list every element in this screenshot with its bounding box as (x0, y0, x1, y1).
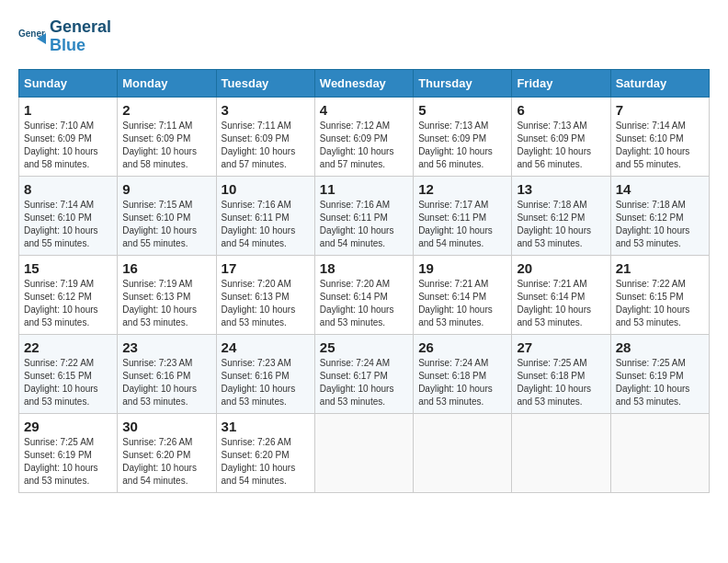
calendar-week-3: 15Sunrise: 7:19 AMSunset: 6:12 PMDayligh… (19, 255, 710, 334)
day-number: 1 (24, 102, 112, 118)
calendar-header-saturday: Saturday (610, 69, 709, 97)
calendar-cell: 27Sunrise: 7:25 AMSunset: 6:18 PMDayligh… (512, 334, 610, 413)
day-info: Sunrise: 7:14 AMSunset: 6:10 PMDaylight:… (616, 120, 704, 171)
day-number: 28 (616, 339, 704, 355)
day-info: Sunrise: 7:17 AMSunset: 6:11 PMDaylight:… (418, 199, 506, 250)
calendar-cell: 28Sunrise: 7:25 AMSunset: 6:19 PMDayligh… (610, 334, 709, 413)
calendar-cell (512, 413, 610, 492)
calendar-cell: 22Sunrise: 7:22 AMSunset: 6:15 PMDayligh… (19, 334, 118, 413)
logo-text: General Blue (50, 18, 111, 55)
logo: General General Blue (18, 18, 111, 55)
day-info: Sunrise: 7:24 AMSunset: 6:17 PMDaylight:… (320, 357, 408, 408)
day-number: 10 (222, 181, 310, 197)
day-info: Sunrise: 7:12 AMSunset: 6:09 PMDaylight:… (320, 120, 408, 171)
day-info: Sunrise: 7:23 AMSunset: 6:16 PMDaylight:… (222, 357, 310, 408)
calendar-cell: 25Sunrise: 7:24 AMSunset: 6:17 PMDayligh… (314, 334, 413, 413)
calendar-cell: 26Sunrise: 7:24 AMSunset: 6:18 PMDayligh… (414, 334, 512, 413)
day-info: Sunrise: 7:16 AMSunset: 6:11 PMDaylight:… (222, 199, 310, 250)
calendar-cell (414, 413, 512, 492)
calendar-cell: 21Sunrise: 7:22 AMSunset: 6:15 PMDayligh… (610, 255, 709, 334)
day-info: Sunrise: 7:20 AMSunset: 6:13 PMDaylight:… (222, 278, 310, 329)
day-info: Sunrise: 7:14 AMSunset: 6:10 PMDaylight:… (24, 199, 112, 250)
calendar-cell: 2Sunrise: 7:11 AMSunset: 6:09 PMDaylight… (118, 97, 216, 176)
day-info: Sunrise: 7:11 AMSunset: 6:09 PMDaylight:… (222, 120, 310, 171)
calendar-cell: 8Sunrise: 7:14 AMSunset: 6:10 PMDaylight… (19, 176, 118, 255)
calendar-header-friday: Friday (512, 69, 610, 97)
day-info: Sunrise: 7:23 AMSunset: 6:16 PMDaylight:… (122, 357, 210, 408)
day-info: Sunrise: 7:25 AMSunset: 6:19 PMDaylight:… (24, 436, 112, 488)
day-info: Sunrise: 7:26 AMSunset: 6:20 PMDaylight:… (222, 436, 310, 488)
calendar-week-4: 22Sunrise: 7:22 AMSunset: 6:15 PMDayligh… (19, 334, 710, 413)
calendar-cell: 29Sunrise: 7:25 AMSunset: 6:19 PMDayligh… (19, 413, 118, 492)
day-info: Sunrise: 7:21 AMSunset: 6:14 PMDaylight:… (517, 278, 605, 329)
day-number: 2 (122, 102, 210, 118)
day-info: Sunrise: 7:11 AMSunset: 6:09 PMDaylight:… (122, 120, 210, 171)
calendar-cell: 19Sunrise: 7:21 AMSunset: 6:14 PMDayligh… (414, 255, 512, 334)
day-number: 15 (24, 260, 112, 276)
calendar-cell (314, 413, 413, 492)
calendar-week-5: 29Sunrise: 7:25 AMSunset: 6:19 PMDayligh… (19, 413, 710, 492)
day-info: Sunrise: 7:19 AMSunset: 6:13 PMDaylight:… (122, 278, 210, 329)
day-number: 30 (122, 419, 210, 434)
day-number: 31 (222, 419, 310, 434)
day-number: 18 (320, 260, 408, 276)
calendar-cell: 20Sunrise: 7:21 AMSunset: 6:14 PMDayligh… (512, 255, 610, 334)
day-info: Sunrise: 7:16 AMSunset: 6:11 PMDaylight:… (320, 199, 408, 250)
calendar-cell: 4Sunrise: 7:12 AMSunset: 6:09 PMDaylight… (314, 97, 413, 176)
calendar-cell: 6Sunrise: 7:13 AMSunset: 6:09 PMDaylight… (512, 97, 610, 176)
day-number: 21 (616, 260, 704, 276)
calendar-cell: 18Sunrise: 7:20 AMSunset: 6:14 PMDayligh… (314, 255, 413, 334)
calendar-cell: 10Sunrise: 7:16 AMSunset: 6:11 PMDayligh… (216, 176, 314, 255)
day-number: 17 (222, 260, 310, 276)
calendar-cell: 12Sunrise: 7:17 AMSunset: 6:11 PMDayligh… (414, 176, 512, 255)
day-info: Sunrise: 7:22 AMSunset: 6:15 PMDaylight:… (616, 278, 704, 329)
day-number: 6 (517, 102, 605, 118)
calendar-cell: 7Sunrise: 7:14 AMSunset: 6:10 PMDaylight… (610, 97, 709, 176)
day-number: 12 (418, 181, 506, 197)
calendar-cell: 11Sunrise: 7:16 AMSunset: 6:11 PMDayligh… (314, 176, 413, 255)
day-number: 19 (418, 260, 506, 276)
calendar-cell: 16Sunrise: 7:19 AMSunset: 6:13 PMDayligh… (118, 255, 216, 334)
day-number: 26 (418, 339, 506, 355)
calendar-header-thursday: Thursday (414, 69, 512, 97)
calendar-cell: 14Sunrise: 7:18 AMSunset: 6:12 PMDayligh… (610, 176, 709, 255)
day-info: Sunrise: 7:24 AMSunset: 6:18 PMDaylight:… (418, 357, 506, 408)
calendar-table: SundayMondayTuesdayWednesdayThursdayFrid… (18, 69, 710, 493)
day-number: 11 (320, 181, 408, 197)
calendar-header-sunday: Sunday (19, 69, 118, 97)
day-info: Sunrise: 7:13 AMSunset: 6:09 PMDaylight:… (517, 120, 605, 171)
day-number: 5 (418, 102, 506, 118)
calendar-week-1: 1Sunrise: 7:10 AMSunset: 6:09 PMDaylight… (19, 97, 710, 176)
day-info: Sunrise: 7:10 AMSunset: 6:09 PMDaylight:… (24, 120, 112, 171)
calendar-cell: 31Sunrise: 7:26 AMSunset: 6:20 PMDayligh… (216, 413, 314, 492)
day-number: 25 (320, 339, 408, 355)
day-info: Sunrise: 7:26 AMSunset: 6:20 PMDaylight:… (122, 436, 210, 488)
calendar-header-wednesday: Wednesday (314, 69, 413, 97)
day-info: Sunrise: 7:15 AMSunset: 6:10 PMDaylight:… (122, 199, 210, 250)
day-number: 14 (616, 181, 704, 197)
day-info: Sunrise: 7:25 AMSunset: 6:18 PMDaylight:… (517, 357, 605, 408)
calendar-week-2: 8Sunrise: 7:14 AMSunset: 6:10 PMDaylight… (19, 176, 710, 255)
day-info: Sunrise: 7:21 AMSunset: 6:14 PMDaylight:… (418, 278, 506, 329)
day-info: Sunrise: 7:25 AMSunset: 6:19 PMDaylight:… (616, 357, 704, 408)
day-info: Sunrise: 7:19 AMSunset: 6:12 PMDaylight:… (24, 278, 112, 329)
day-info: Sunrise: 7:18 AMSunset: 6:12 PMDaylight:… (616, 199, 704, 250)
day-number: 13 (517, 181, 605, 197)
day-number: 3 (222, 102, 310, 118)
calendar-cell: 15Sunrise: 7:19 AMSunset: 6:12 PMDayligh… (19, 255, 118, 334)
calendar-cell: 24Sunrise: 7:23 AMSunset: 6:16 PMDayligh… (216, 334, 314, 413)
day-number: 23 (122, 339, 210, 355)
day-number: 24 (222, 339, 310, 355)
day-info: Sunrise: 7:20 AMSunset: 6:14 PMDaylight:… (320, 278, 408, 329)
day-number: 27 (517, 339, 605, 355)
day-info: Sunrise: 7:18 AMSunset: 6:12 PMDaylight:… (517, 199, 605, 250)
calendar-cell: 17Sunrise: 7:20 AMSunset: 6:13 PMDayligh… (216, 255, 314, 334)
day-number: 20 (517, 260, 605, 276)
day-number: 9 (122, 181, 210, 197)
calendar-cell (610, 413, 709, 492)
calendar-cell: 23Sunrise: 7:23 AMSunset: 6:16 PMDayligh… (118, 334, 216, 413)
day-number: 8 (24, 181, 112, 197)
calendar-cell: 13Sunrise: 7:18 AMSunset: 6:12 PMDayligh… (512, 176, 610, 255)
day-number: 22 (24, 339, 112, 355)
calendar-cell: 1Sunrise: 7:10 AMSunset: 6:09 PMDaylight… (19, 97, 118, 176)
